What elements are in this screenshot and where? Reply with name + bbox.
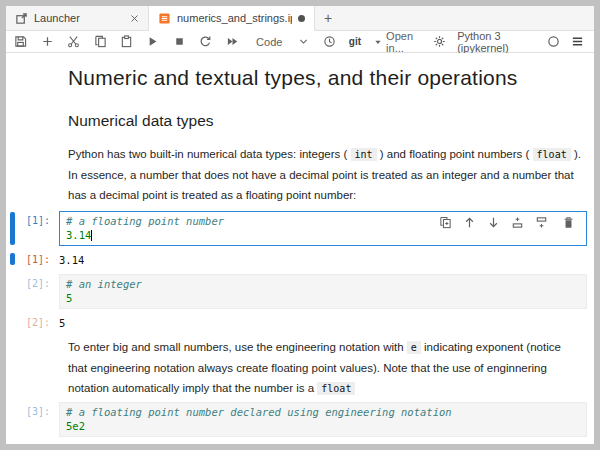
- close-icon[interactable]: [130, 14, 139, 23]
- output-prompt: [2]:: [6, 315, 59, 329]
- window-frame: Launcher numerics_and_strings.ipynb +: [0, 0, 600, 450]
- code-line-comment: # a floating point number declared using…: [66, 406, 580, 420]
- markdown-paragraph: To enter big and small numbers, use the …: [68, 337, 582, 399]
- cell-collapser[interactable]: [10, 212, 15, 245]
- insert-cell-icon[interactable]: [40, 34, 53, 50]
- tab-label: numerics_and_strings.ipynb: [177, 12, 292, 24]
- tab-bar: Launcher numerics_and_strings.ipynb +: [6, 6, 594, 31]
- hamburger-menu-icon[interactable]: [571, 34, 584, 50]
- code-editor[interactable]: # a floating point number 3.14: [59, 211, 587, 246]
- save-icon[interactable]: [14, 34, 27, 50]
- delete-cell-icon[interactable]: [561, 215, 575, 229]
- move-cell-up-icon[interactable]: [462, 215, 476, 229]
- output-area-2: [2]: 5: [6, 315, 594, 329]
- unsaved-changes-dot[interactable]: [298, 15, 305, 22]
- output-area-1: [1]: 3.14: [6, 252, 594, 266]
- output-area-3: [3]: 500.0: [6, 441, 594, 444]
- caret-down-icon: [374, 38, 382, 46]
- kernel-name[interactable]: Python 3 (ipykernel): [457, 30, 536, 54]
- clock-icon[interactable]: [322, 34, 335, 50]
- launcher-icon: [15, 12, 28, 25]
- jupyterlab-window: Launcher numerics_and_strings.ipynb +: [6, 6, 594, 444]
- markdown-section-heading: Numerical data types: [68, 112, 582, 130]
- notebook-toolbar: Code git Open in... Python 3 (ipykernel): [6, 31, 594, 53]
- duplicate-cell-icon[interactable]: [438, 215, 452, 229]
- stop-icon[interactable]: [173, 34, 186, 50]
- open-in-dropdown[interactable]: Open in...: [374, 30, 422, 54]
- output-text: 5: [59, 315, 594, 329]
- output-text: 3.14: [59, 252, 594, 266]
- git-button[interactable]: git: [349, 36, 361, 47]
- insert-cell-above-icon[interactable]: [510, 215, 524, 229]
- kernel-status-icon[interactable]: [547, 34, 560, 50]
- output-prompt: [3]:: [6, 441, 59, 444]
- input-prompt: [2]:: [6, 274, 59, 309]
- code-line-comment: # an integer: [66, 278, 580, 292]
- restart-kernel-icon[interactable]: [199, 34, 212, 50]
- code-line-value: 5: [66, 292, 580, 306]
- toolbar-right-group: Open in... Python 3 (ipykernel): [374, 30, 584, 54]
- copy-icon[interactable]: [93, 34, 106, 50]
- code-line-value: 3.14: [66, 229, 91, 241]
- cell-type-dropdown[interactable]: Code: [256, 36, 309, 48]
- cell-type-value: Code: [256, 36, 282, 48]
- notebook-content: Numeric and textual types, and their ope…: [6, 53, 594, 444]
- notebook-icon: [158, 12, 171, 25]
- output-collapser[interactable]: [10, 253, 15, 265]
- code-editor[interactable]: # a floating point number declared using…: [59, 402, 587, 437]
- run-all-icon[interactable]: [226, 34, 239, 50]
- gear-icon[interactable]: [433, 34, 446, 50]
- code-editor[interactable]: # an integer 5: [59, 274, 587, 309]
- cut-icon[interactable]: [67, 34, 80, 50]
- code-cell-1[interactable]: [1]: # a floating point number 3.14: [6, 211, 594, 246]
- markdown-paragraph: Python has two built-in numerical data t…: [68, 144, 582, 205]
- markdown-title: Numeric and textual types, and their ope…: [68, 65, 582, 91]
- run-icon[interactable]: [146, 34, 159, 50]
- code-cell-2[interactable]: [2]: # an integer 5: [6, 274, 594, 309]
- tab-notebook[interactable]: numerics_and_strings.ipynb: [149, 6, 315, 31]
- insert-cell-below-icon[interactable]: [534, 215, 548, 229]
- tab-launcher[interactable]: Launcher: [6, 6, 149, 30]
- open-in-label: Open in...: [386, 30, 422, 54]
- tab-label: Launcher: [34, 12, 124, 24]
- paste-icon[interactable]: [120, 34, 133, 50]
- chevron-down-icon: [298, 36, 309, 47]
- code-cell-3[interactable]: [3]: # a floating point number declared …: [6, 402, 594, 437]
- output-text: 500.0: [59, 441, 594, 444]
- cell-toolbar: [434, 215, 575, 229]
- new-tab-button[interactable]: +: [315, 6, 341, 30]
- text-cursor: [91, 230, 92, 241]
- move-cell-down-icon[interactable]: [486, 215, 500, 229]
- input-prompt: [3]:: [6, 402, 59, 437]
- code-line-value: 5e2: [66, 420, 580, 434]
